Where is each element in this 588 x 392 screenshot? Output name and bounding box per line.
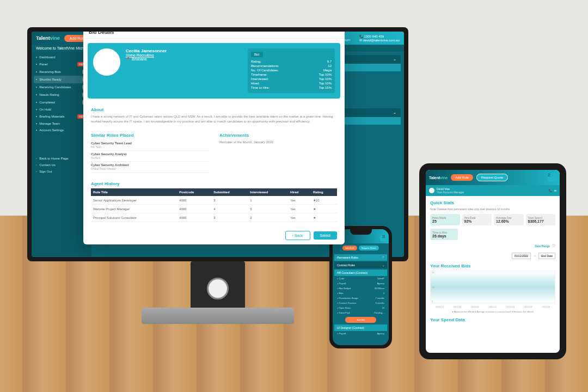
menu-icon[interactable]: ☰	[548, 173, 556, 182]
sidebar-item[interactable]: ▪On Hold	[34, 106, 89, 113]
brand-logo: Talentvine	[429, 176, 448, 180]
bid-stat-row: Hired:Top 10%	[251, 81, 332, 85]
role-field: ○ Open Roles:10	[334, 305, 387, 310]
table-header: Role Title	[91, 188, 177, 196]
back-button[interactable]: ‹ Back	[285, 231, 310, 240]
add-bid-button[interactable]: Add Bid	[345, 317, 376, 323]
date-range-label: Date Range	[535, 244, 550, 248]
contract-roles-header[interactable]: Contract Roles⌄	[334, 262, 387, 268]
sidebar-item[interactable]: ▪Needs Rating0	[34, 91, 89, 99]
quick-stats-note: Note: Dataset from permanent roles only …	[430, 207, 555, 211]
select-button[interactable]: Select	[314, 231, 337, 240]
table-header: Interviewed	[248, 188, 288, 196]
received-bids-heading: Your Received Bids	[430, 264, 555, 268]
bid-stat-row: Interviewed:Top 10%	[251, 77, 332, 81]
sidebar-item[interactable]: ▪Briefing MaterialsNEW	[34, 113, 89, 120]
recruiter-location: 📍 Brisbane	[126, 57, 167, 62]
brand-logo: Talentvine	[36, 35, 60, 41]
sidebar-item[interactable]: ▪Completed2	[34, 99, 89, 106]
start-date-input[interactable]: 01/11/2022	[512, 253, 531, 259]
spend-data-heading: Your Spend Data	[430, 317, 555, 322]
table-row: Principal Solutions Consultant400032Yes★	[91, 213, 337, 222]
bid-box-title: Bid:	[251, 52, 263, 57]
chevron-down-icon: ⌄	[393, 111, 396, 115]
sidebar-item[interactable]: ▪Account Settings	[34, 127, 89, 133]
info-icon[interactable]: ⓘ	[552, 243, 555, 248]
role-field: ○ Contract Duration:3 months	[334, 301, 387, 305]
role-field: ○ Payroll:Agency	[334, 331, 387, 336]
email-icon[interactable]: ✉	[554, 189, 556, 192]
role-card[interactable]: HR Consultant (Contract)	[334, 270, 387, 276]
bid-stat-row: Rating:9.7	[251, 59, 332, 64]
sidebar-item[interactable]: ▪Receiving Bids5	[34, 68, 89, 76]
sidebar-item[interactable]: ▪PanelNEW	[34, 60, 89, 68]
menu-icon[interactable]: ☰	[380, 235, 387, 241]
table-row: Website Project Manager400043Yes★	[91, 205, 337, 213]
permanent-roles-header[interactable]: Permanent Roles⌃	[334, 254, 387, 261]
add-role-button[interactable]: Add Role	[451, 174, 473, 181]
table-header: Rating	[311, 188, 337, 196]
sidebar-item[interactable]: ▪Manage Team	[34, 120, 89, 127]
stat-value: 26 days	[432, 234, 456, 238]
sidebar-footer-item[interactable]: ◦Back to Home Page	[34, 155, 89, 162]
phone-icon[interactable]: 📞	[549, 189, 552, 192]
similar-roles-heading: Similar Roles Placed	[91, 133, 209, 138]
sidebar-item[interactable]: ▪Dashboard	[34, 54, 89, 60]
role-field: ○ Bids:4	[334, 291, 387, 296]
stat-card: Average Fee12.60%	[494, 214, 524, 225]
end-date-input[interactable]: End Date	[538, 253, 555, 259]
bid-stat-row: No. Of Candidates:Mega	[251, 68, 332, 72]
stat-card: Hire Rate92%	[462, 214, 492, 225]
bid-stat-row: Timeframe:Top 10%	[251, 72, 332, 77]
user-role: Your Account Manager	[437, 191, 464, 194]
sidebar-item[interactable]: ▪Shortlist Ready4	[34, 76, 89, 83]
user-avatar[interactable]	[429, 188, 434, 193]
quick-stats-heading: Quick Stats	[430, 200, 555, 205]
bid-stat-row: Time to Hire:Top 15%	[251, 85, 332, 90]
similar-role-item: Cyber Security Team LeadHR Tech	[91, 140, 209, 151]
recruiter-company[interactable]: Shine Recruiting	[126, 53, 167, 57]
chart-legend: ● Maximum fee offered ● Average exclusiv…	[430, 310, 555, 313]
role-field: ○ Preselection Range:7 months	[334, 296, 387, 301]
bid-details-modal: Bid Details Cecilia Jamesonner Shine Rec…	[83, 32, 345, 244]
table-row: Senior Applications Developer400031Yes★1…	[91, 196, 337, 205]
role-card[interactable]: UI Designer (Contract)	[334, 324, 387, 331]
role-field: ○ Payroll:Agency	[334, 281, 387, 286]
recruiter-name: Cecilia Jamesonner	[126, 48, 167, 53]
about-heading: About	[91, 107, 337, 112]
bid-stat-row: Recommendations:12	[251, 64, 332, 68]
chevron-down-icon: ⌄	[393, 57, 396, 62]
request-quote-button[interactable]: Request Quote	[476, 174, 508, 181]
achievement-text: Recruiter of the Month, January 2022	[219, 140, 337, 145]
add-role-button[interactable]: Add Role	[342, 246, 357, 250]
role-field: ○ Max Budget:$120/hour	[334, 286, 387, 291]
user-phone: 📞 1300 940 459	[359, 34, 400, 38]
user-email: ✉ david@talentvine.com.au	[359, 38, 400, 42]
sidebar: ▪Dashboard▪PanelNEW▪Receiving Bids5▪Shor…	[32, 52, 91, 256]
role-field: ○ Code:TalentP	[334, 276, 387, 281]
table-header: Submitted	[211, 188, 248, 196]
role-field: ○ Talent Pool:Pending…	[334, 310, 387, 315]
table-header: Postcode	[177, 188, 211, 196]
bids-chart: 10105	[430, 271, 555, 303]
history-table: Role TitlePostcodeSubmittedInterviewedHi…	[91, 188, 337, 222]
about-text: I have a strong network of IT and Cybers…	[91, 114, 337, 124]
tablet-device: Talentvine Add Role Request Quote ☰ Davi…	[419, 163, 566, 359]
request-quote-button[interactable]: Request Quote	[359, 246, 379, 250]
similar-role-item: Cyber Security ArchitectOnline Retail Ma…	[91, 162, 209, 173]
chevron-icon: ⌄	[382, 264, 384, 267]
stat-card: Total Spend$306,177	[526, 214, 556, 225]
stat-card: Hires Made25	[430, 214, 460, 225]
modal-title: Bid Details	[83, 32, 345, 39]
achievements-heading: Achievements	[219, 133, 337, 138]
similar-role-item: Cyber Security AnalystFinTech	[91, 151, 209, 162]
sidebar-item[interactable]: ▪Receiving Candidates7	[34, 83, 89, 91]
chevron-icon: ⌃	[382, 256, 384, 259]
agent-history-heading: Agent History	[91, 181, 337, 186]
sidebar-footer-item[interactable]: ◦Sign Out	[34, 168, 89, 175]
recruiter-avatar	[93, 48, 120, 76]
table-header: Hired	[288, 188, 311, 196]
sidebar-footer-item[interactable]: ◦Contact Us	[34, 162, 89, 168]
